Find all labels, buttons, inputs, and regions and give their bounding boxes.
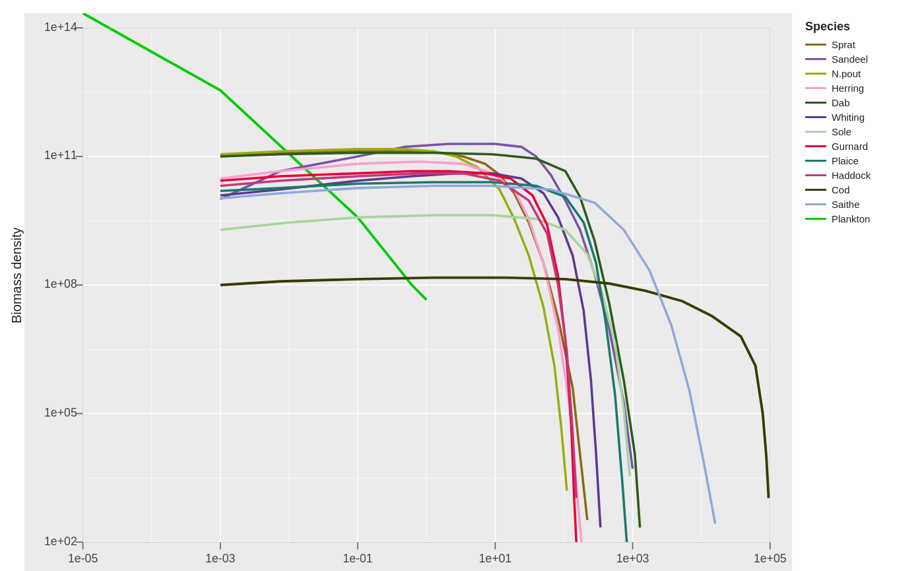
legend-species-label: Gurnard — [832, 141, 868, 152]
legend-species-label: N.pout — [832, 68, 861, 79]
chart-container: Biomass density — [0, 0, 924, 571]
legend-item: N.pout — [805, 68, 917, 79]
plot-area: 1e+02 1e+05 1e+08 1e+11 1e+14 1e-05 1e-0… — [24, 13, 792, 571]
svg-text:1e-01: 1e-01 — [343, 552, 372, 565]
legend-color-line — [805, 131, 826, 133]
legend-item: Plaice — [805, 155, 917, 166]
legend-species-label: Saithe — [832, 199, 860, 210]
legend-color-line — [805, 160, 826, 162]
legend-color-line — [805, 203, 826, 205]
svg-text:1e+01: 1e+01 — [478, 552, 512, 565]
svg-text:1e+08: 1e+08 — [44, 277, 77, 290]
svg-text:1e+11: 1e+11 — [44, 149, 77, 162]
main-chart: 1e+02 1e+05 1e+08 1e+11 1e+14 1e-05 1e-0… — [24, 13, 792, 571]
legend-item: Sandeel — [805, 53, 917, 65]
legend-color-line — [805, 58, 826, 60]
chart-right: 1e+02 1e+05 1e+08 1e+11 1e+14 1e-05 1e-0… — [24, 13, 917, 558]
legend-species-label: Sprat — [832, 39, 855, 50]
svg-rect-0 — [24, 13, 792, 571]
svg-container: 1e+02 1e+05 1e+08 1e+11 1e+14 1e-05 1e-0… — [24, 13, 792, 571]
svg-text:1e+05: 1e+05 — [754, 552, 787, 565]
legend-color-line — [805, 145, 826, 147]
legend-color-line — [805, 73, 826, 75]
legend-species-label: Herring — [832, 83, 864, 94]
legend-species-label: Whiting — [832, 112, 865, 123]
legend-species-label: Sandeel — [832, 53, 868, 65]
y-axis-label: Biomass density — [7, 20, 24, 531]
legend-item: Haddock — [805, 170, 917, 181]
legend-item: Saithe — [805, 199, 917, 210]
legend-species-label: Dab — [832, 97, 850, 108]
chart-wrapper: Biomass density — [7, 13, 917, 558]
legend-item: Sole — [805, 126, 917, 137]
legend-item: Cod — [805, 184, 917, 195]
legend-species-label: Cod — [832, 184, 850, 195]
legend-items-container: SpratSandeelN.poutHerringDabWhitingSoleG… — [805, 39, 917, 228]
legend-color-line — [805, 116, 826, 118]
legend-item: Plankton — [805, 213, 917, 224]
plot-and-legend: 1e+02 1e+05 1e+08 1e+11 1e+14 1e-05 1e-0… — [24, 13, 917, 571]
legend-item: Gurnard — [805, 141, 917, 152]
svg-text:1e+03: 1e+03 — [616, 552, 649, 565]
svg-text:1e-05: 1e-05 — [68, 552, 98, 565]
svg-text:1e+05: 1e+05 — [44, 406, 77, 419]
legend-title: Species — [805, 20, 917, 34]
legend-species-label: Haddock — [832, 170, 871, 181]
legend-color-line — [805, 87, 826, 89]
legend-color-line — [805, 189, 826, 191]
svg-text:1e+02: 1e+02 — [44, 535, 77, 548]
legend-species-label: Plankton — [832, 213, 870, 224]
legend-color-line — [805, 102, 826, 104]
legend-item: Dab — [805, 97, 917, 108]
legend-color-line — [805, 218, 826, 220]
legend-item: Whiting — [805, 112, 917, 123]
legend-color-line — [805, 174, 826, 176]
legend-item: Sprat — [805, 39, 917, 50]
svg-text:1e+14: 1e+14 — [44, 20, 77, 34]
svg-text:1e-03: 1e-03 — [205, 552, 235, 565]
legend-species-label: Plaice — [832, 155, 859, 166]
legend-item: Herring — [805, 83, 917, 94]
legend-species-label: Sole — [832, 126, 851, 137]
legend-area: Species SpratSandeelN.poutHerringDabWhit… — [792, 13, 917, 571]
legend-color-line — [805, 44, 826, 46]
